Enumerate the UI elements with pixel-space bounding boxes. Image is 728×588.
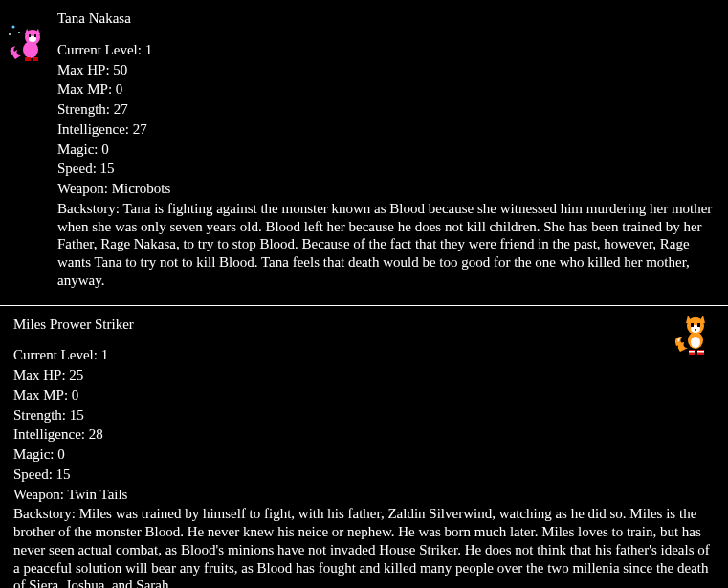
svg-point-1	[18, 32, 20, 33]
backstory-text: Backstory: Miles was trained by himself …	[13, 505, 717, 588]
stat-level: Current Level: 1	[13, 346, 717, 364]
stat-speed: Speed: 15	[13, 466, 717, 484]
stat-str: Strength: 27	[57, 100, 717, 119]
stat-mp: Max MP: 0	[13, 386, 717, 404]
stat-weapon: Weapon: Microbots	[57, 180, 717, 198]
svg-rect-8	[29, 34, 31, 37]
pink-fox-sprite	[8, 23, 50, 65]
stat-hp: Max HP: 25	[13, 366, 717, 384]
stat-str: Strength: 15	[13, 406, 717, 425]
character-name: Miles Prower Striker	[13, 316, 717, 334]
svg-rect-19	[697, 323, 700, 327]
backstory-text: Backstory: Tana is fighting against the …	[57, 200, 717, 290]
stat-speed: Speed: 15	[57, 160, 717, 178]
stat-int: Intelligence: 27	[57, 120, 717, 139]
character-block-miles: Miles Prower Striker Current Level: 1 Ma…	[0, 306, 728, 589]
stat-hp: Max HP: 50	[57, 61, 717, 79]
stat-int: Intelligence: 28	[13, 425, 717, 444]
svg-rect-10	[25, 57, 31, 61]
character-block-tana: Tana Nakasa Current Level: 1 Max HP: 50 …	[0, 0, 728, 305]
character-name: Tana Nakasa	[57, 10, 717, 28]
svg-rect-11	[33, 57, 38, 61]
svg-rect-18	[691, 323, 694, 327]
svg-rect-24	[697, 351, 704, 353]
stat-magic: Magic: 0	[13, 446, 717, 464]
stat-level: Current Level: 1	[57, 41, 717, 59]
character-sheet-page: Tana Nakasa Current Level: 1 Max HP: 50 …	[0, 0, 728, 588]
svg-point-0	[12, 26, 15, 29]
stat-weapon: Weapon: Twin Tails	[13, 486, 717, 504]
stat-magic: Magic: 0	[57, 141, 717, 159]
svg-point-2	[9, 33, 11, 35]
stat-mp: Max MP: 0	[57, 80, 717, 98]
svg-point-20	[695, 329, 696, 331]
svg-point-13	[691, 337, 700, 348]
svg-rect-23	[689, 351, 695, 353]
orange-fox-sprite	[674, 314, 713, 356]
svg-rect-9	[34, 34, 36, 37]
